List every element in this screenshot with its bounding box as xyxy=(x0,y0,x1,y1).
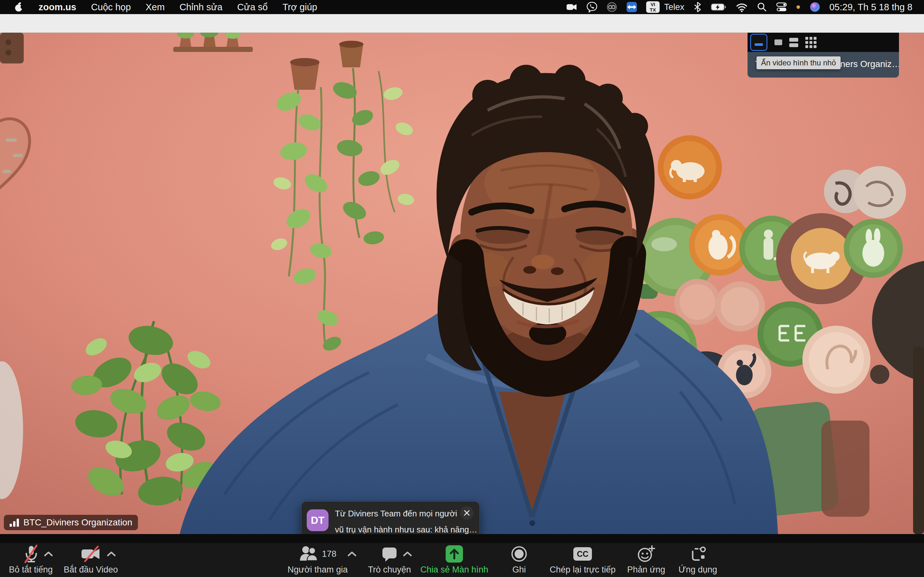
audio-level-icon xyxy=(10,518,19,527)
window-title-bar: Cuộc họp Zoom xyxy=(0,14,924,33)
cc-icon: CC xyxy=(573,547,592,561)
reactions-icon xyxy=(637,545,655,563)
video-scene xyxy=(0,33,924,534)
spotlight-search-icon[interactable] xyxy=(757,2,767,12)
menu-xem[interactable]: Xem xyxy=(145,2,165,13)
control-center-icon[interactable] xyxy=(776,2,787,12)
share-screen-label: Chia sẻ Màn hình xyxy=(420,565,488,575)
apps-label: Ứng dụng xyxy=(678,565,717,575)
menu-zoom-us[interactable]: zoom.us xyxy=(39,2,76,13)
speaker-view-icon[interactable] xyxy=(789,38,798,47)
record-button[interactable]: Ghi xyxy=(504,545,535,575)
hide-thumbnail-tooltip: Ẩn video hình thu nhỏ xyxy=(756,56,841,69)
minimized-view-icon[interactable] xyxy=(774,39,782,45)
gallery-view-icon[interactable] xyxy=(805,37,817,48)
hide-thumbnail-button[interactable] xyxy=(750,34,767,51)
view-buttons-bar xyxy=(748,33,899,52)
mic-muted-icon xyxy=(22,545,39,563)
speaker-name-tag: BTC_Diviners Organization xyxy=(4,515,138,530)
menu-tro-giup[interactable]: Trợ giúp xyxy=(282,2,317,13)
chat-icon xyxy=(381,545,397,563)
start-video-button[interactable]: Bắt đầu Video xyxy=(61,545,121,575)
input-tx: TX xyxy=(650,7,656,13)
notification-dot-icon xyxy=(796,5,800,9)
chat-popup-title: Từ Diviners Team đến mọi người xyxy=(335,509,457,519)
video-toolbar-gap xyxy=(0,534,924,543)
speaker-name: BTC_Diviners Organization xyxy=(23,517,132,528)
input-source-badge[interactable]: VITX xyxy=(646,1,660,13)
bluetooth-icon[interactable] xyxy=(693,2,702,13)
record-label: Ghi xyxy=(512,565,526,575)
chat-label: Trò chuyện xyxy=(368,565,411,575)
participants-label: Người tham gia xyxy=(288,565,347,575)
camera-muted-icon xyxy=(80,545,102,563)
start-video-label: Bắt đầu Video xyxy=(63,565,118,575)
avatar: DT xyxy=(307,509,328,531)
participants-button[interactable]: 178 Người tham gia xyxy=(282,545,353,575)
thumbnail-controls-panel: Trò chuyện BTC_Diviners Organiz… Ẩn vide… xyxy=(748,33,899,77)
participants-count: 178 xyxy=(322,549,336,559)
participants-icon xyxy=(299,545,318,562)
zoom-meeting-screen: zoom.us Cuộc họp Xem Chỉnh sửa Cửa sổ Tr… xyxy=(0,0,924,577)
apple-menu-icon[interactable] xyxy=(14,2,24,13)
screen-camera-indicator-icon[interactable] xyxy=(566,2,577,12)
viber-icon[interactable] xyxy=(586,2,598,13)
meeting-toolbar: Bỏ tắt tiếng Bắt đầu Video 178 Người tha… xyxy=(0,543,924,577)
menu-bar-clock[interactable]: 05:29, Th 5 18 thg 8 xyxy=(829,2,913,13)
wifi-icon[interactable] xyxy=(736,2,748,12)
menu-chinh-sua[interactable]: Chỉnh sửa xyxy=(179,2,222,13)
participants-caret-icon[interactable] xyxy=(347,551,357,558)
live-transcript-button[interactable]: CC Chép lại trực tiếp xyxy=(548,545,618,575)
battery-charging-icon[interactable] xyxy=(711,2,727,12)
menu-cuoc-hop[interactable]: Cuộc họp xyxy=(91,2,131,13)
chat-caret-icon[interactable] xyxy=(403,551,412,558)
main-video-feed xyxy=(0,33,924,534)
adobe-creative-cloud-icon[interactable] xyxy=(606,2,617,13)
reactions-button[interactable]: Phản ứng xyxy=(624,545,668,575)
apps-button[interactable]: Ứng dụng xyxy=(674,545,722,575)
chat-button[interactable]: Trò chuyện xyxy=(362,545,417,575)
reactions-label: Phản ứng xyxy=(627,565,666,575)
input-method-label[interactable]: Telex xyxy=(664,2,684,12)
video-options-caret-icon[interactable] xyxy=(107,551,116,558)
apps-icon xyxy=(690,545,706,563)
input-vi: VI xyxy=(651,2,655,7)
mic-options-caret-icon[interactable] xyxy=(44,551,53,558)
close-icon[interactable] xyxy=(460,506,473,520)
unmute-label: Bỏ tắt tiếng xyxy=(9,565,53,575)
live-transcript-label: Chép lại trực tiếp xyxy=(549,565,615,575)
siri-icon[interactable] xyxy=(809,2,821,13)
share-screen-button[interactable]: Chia sẻ Màn hình xyxy=(419,545,489,575)
unmute-button[interactable]: Bỏ tắt tiếng xyxy=(3,545,59,575)
share-screen-icon xyxy=(446,545,463,562)
record-icon xyxy=(511,545,527,563)
chat-popup-message: vũ trụ vận hành nhưu sau: khả năng… xyxy=(335,525,477,535)
menu-cua-so[interactable]: Cửa sổ xyxy=(237,2,268,13)
macos-menu-bar: zoom.us Cuộc họp Xem Chỉnh sửa Cửa sổ Tr… xyxy=(0,0,924,14)
teamviewer-icon[interactable] xyxy=(626,2,637,13)
